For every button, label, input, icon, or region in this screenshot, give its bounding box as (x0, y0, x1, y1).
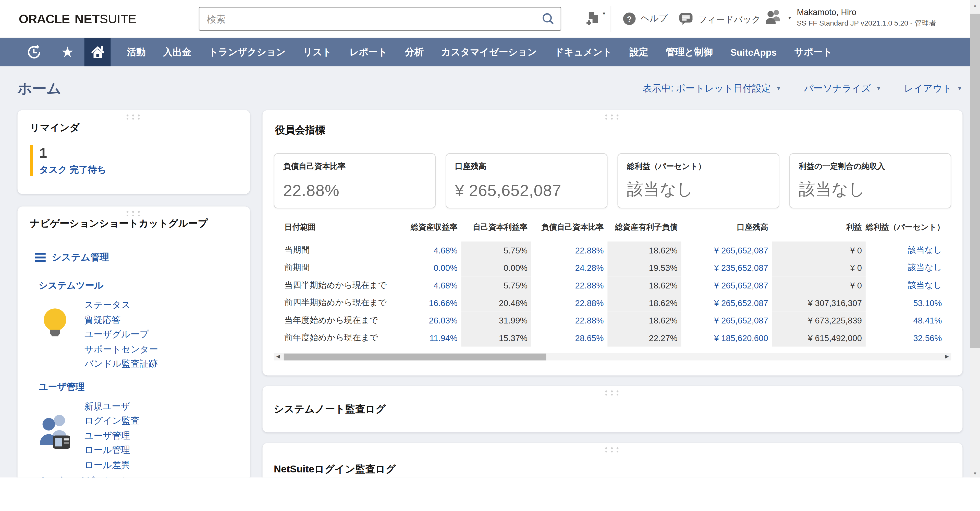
nav-item[interactable]: サポート (786, 46, 841, 58)
metric-link[interactable]: 該当なし (865, 259, 945, 277)
drag-handle-icon[interactable] (605, 115, 620, 120)
vertical-scrollbar[interactable]: ▲ ▼ (970, 0, 980, 477)
feedback-button[interactable]: フィードバック (679, 13, 761, 27)
shortcut-link[interactable]: ユーザグループ (84, 327, 238, 342)
chevron-down-icon: ▼ (876, 85, 881, 91)
metric-link[interactable]: 4.68% (399, 276, 461, 294)
nav-item[interactable]: 管理と制御 (657, 46, 721, 58)
metric-link[interactable]: 24.28% (531, 259, 608, 277)
user-icon (764, 7, 784, 28)
shortcut-link[interactable]: サポートセンター (84, 342, 238, 357)
drag-handle-icon[interactable] (605, 390, 620, 396)
scrollbar-track[interactable] (283, 353, 942, 360)
section-heading-link[interactable]: ユーザ管理 (39, 381, 238, 393)
metric-link[interactable]: 26.03% (399, 312, 461, 329)
nav-item[interactable]: SuiteApps (722, 47, 786, 58)
user-info: Makamoto, Hiro SS FF Standard JP v2021.1… (797, 7, 936, 28)
metric-link[interactable]: ¥ 265,652,087 (681, 241, 772, 259)
nav-item[interactable]: トランザクション (200, 46, 294, 58)
netsuite-window: ORACLENETSUITE ▼ (0, 0, 980, 511)
kpi-value: 22.88% (283, 181, 426, 200)
drag-handle-icon[interactable] (605, 447, 620, 452)
nav-item[interactable]: 活動 (118, 46, 154, 58)
scroll-down-icon[interactable]: ▼ (970, 471, 980, 476)
shortcut-link[interactable]: ステータス (84, 298, 238, 313)
nav-item[interactable]: 分析 (396, 46, 433, 58)
row-label: 前年度始めから現在まで (274, 329, 399, 347)
scroll-up-icon[interactable]: ▲ (970, 0, 980, 11)
kpi-label: 負債自己資本比率 (283, 161, 426, 172)
metric-link[interactable]: ¥ 235,652,087 (681, 259, 772, 277)
shortcuts-star-icon[interactable]: ★ (51, 38, 84, 66)
metric-link[interactable]: 22.88% (531, 312, 608, 329)
metric-link[interactable]: 32.56% (865, 329, 945, 347)
shortcut-link[interactable]: ロール差異 (84, 458, 238, 473)
user-menu[interactable]: ▼ Makamoto, Hiro SS FF Standard JP v2021… (764, 7, 936, 28)
drag-handle-icon[interactable] (127, 211, 141, 216)
metric-link[interactable]: ¥ 265,652,087 (681, 276, 772, 294)
help-button[interactable]: ? ヘルプ (623, 13, 668, 25)
personalize-control[interactable]: パーソナライズ ▼ (804, 82, 881, 94)
metric-value: 5.75% (461, 276, 531, 294)
metric-link[interactable]: ¥ 185,620,600 (681, 329, 772, 347)
section-heading-link[interactable]: システムツール (39, 280, 238, 292)
shortcut-link[interactable]: ログイン監査 (84, 414, 238, 428)
nav-item[interactable]: ドキュメント (546, 46, 620, 58)
kpi-card: 総利益（パーセント） 該当なし (617, 153, 780, 209)
shortcut-link[interactable]: 新規ユーザ (84, 399, 238, 414)
search-input[interactable] (199, 14, 541, 24)
scroll-left-icon[interactable]: ◀ (274, 353, 283, 360)
nav-item[interactable]: 入出金 (154, 46, 200, 58)
shortcut-link[interactable]: ロール管理 (84, 443, 238, 458)
shortcut-link[interactable]: バンドル監査証跡 (84, 357, 238, 372)
section-heading-link-clipped[interactable]: カスタマイゼーション (39, 475, 238, 477)
recent-records-icon[interactable] (17, 38, 51, 66)
lightbulb-icon (40, 307, 70, 345)
metric-link[interactable]: ¥ 265,652,087 (681, 294, 772, 312)
shortcut-link[interactable]: 質疑応答 (84, 313, 238, 327)
system-notes-audit-portlet: システムノート監査ログ (262, 386, 963, 432)
table-row: 前年度始めから現在まで 11.94% 15.37% 28.65% 22.27% … (274, 329, 946, 347)
metric-link[interactable]: 4.68% (399, 241, 461, 259)
help-label: ヘルプ (641, 13, 667, 24)
metric-link[interactable]: 16.66% (399, 294, 461, 312)
column-header: 日付範囲 (274, 222, 399, 241)
kpi-value: 該当なし (627, 178, 770, 200)
metric-link[interactable]: 該当なし (865, 276, 945, 294)
viewing-portlet-dates-control[interactable]: 表示中: ポートレット日付設定 ▼ (643, 82, 781, 94)
metric-link[interactable]: 48.41% (865, 312, 945, 329)
reminder-task-link[interactable]: タスク 完了待ち (39, 164, 237, 176)
drag-handle-icon[interactable] (127, 115, 141, 120)
metric-link[interactable]: 22.88% (531, 276, 608, 294)
scrollbar-thumb[interactable] (970, 14, 980, 348)
global-search (199, 7, 561, 31)
metric-link[interactable]: 28.65% (531, 329, 608, 347)
scroll-right-icon[interactable]: ▶ (942, 353, 951, 360)
metric-link[interactable]: 0.00% (399, 259, 461, 277)
metric-link[interactable]: 11.94% (399, 329, 461, 347)
metric-value: ¥ 0 (772, 276, 865, 294)
nav-item[interactable]: カスタマイゼーション (433, 46, 546, 58)
kpi-row: 負債自己資本比率 22.88% 口座残高 ¥ 265,652,087 総利益（パ… (274, 153, 951, 209)
layout-control[interactable]: レイアウト ▼ (904, 82, 963, 94)
metric-link[interactable]: ¥ 265,652,087 (681, 312, 772, 329)
table-horizontal-scrollbar[interactable]: ◀ ▶ (274, 353, 951, 360)
metric-link[interactable]: 53.10% (865, 294, 945, 312)
shortcut-link[interactable]: ユーザ管理 (84, 428, 238, 443)
search-icon[interactable] (541, 12, 555, 26)
scrollbar-thumb[interactable] (284, 353, 546, 360)
create-new-button[interactable]: ▼ (585, 11, 606, 30)
table-row: 当四半期始めから現在まで 4.68% 5.75% 22.88% 18.62% ¥… (274, 276, 946, 294)
metric-link[interactable]: 該当なし (865, 241, 945, 259)
reminders-portlet: リマインダ 1 タスク 完了待ち (18, 110, 250, 194)
metric-link[interactable]: 22.88% (531, 294, 608, 312)
portlet-title: リマインダ (30, 121, 238, 134)
shortcut-group-link[interactable]: システム管理 (35, 251, 237, 263)
metric-link[interactable]: 22.88% (531, 241, 608, 259)
nav-item[interactable]: 設定 (620, 46, 657, 58)
nav-item[interactable]: レポート (340, 46, 396, 58)
nav-item[interactable]: リスト (294, 46, 340, 58)
home-icon[interactable] (84, 38, 111, 66)
kpi-label: 利益の一定割合の純収入 (799, 161, 942, 172)
metric-value: 20.48% (461, 294, 531, 312)
